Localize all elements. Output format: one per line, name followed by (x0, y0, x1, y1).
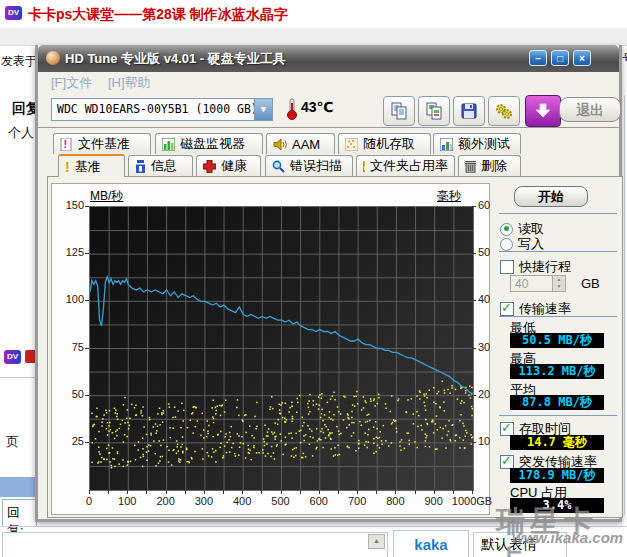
menu-help[interactable]: [H]帮助 (108, 74, 151, 92)
short-stroke-size-stepper[interactable]: 40 ▲▼ (510, 275, 566, 292)
hdtune-app-icon (46, 51, 60, 65)
tab-benchmark[interactable]: ! 基准 (58, 154, 125, 177)
minimize-button[interactable]: – (529, 50, 547, 66)
divider (499, 316, 617, 317)
page-blue-band (0, 477, 35, 497)
radio-icon (500, 238, 513, 251)
info-icon (135, 160, 146, 173)
page-gray-strip (0, 28, 627, 46)
checkbox-icon (500, 455, 514, 469)
health-cross-icon (203, 160, 216, 173)
radio-icon (500, 223, 513, 236)
reply-box: 回复: (2, 499, 37, 527)
kaka-label: kaka (414, 536, 447, 553)
disk-monitor-icon (162, 138, 175, 151)
temperature-value: 43℃ (301, 99, 334, 115)
page-divider (0, 377, 35, 378)
tab-info[interactable]: 信息 (128, 155, 193, 176)
tab-file-benchmark[interactable]: ! 文件基准 (53, 133, 151, 154)
checkbox-icon (500, 422, 514, 436)
close-button[interactable]: × (573, 50, 591, 66)
tab-extra-tests[interactable]: 额外测试 (433, 133, 521, 154)
checkbox-icon (500, 302, 514, 316)
extra-tests-icon (440, 138, 453, 151)
drive-select-value: WDC WD10EARS-00Y5B1 (1000 GB) (57, 102, 258, 116)
copy-text-button[interactable] (383, 96, 415, 126)
gears-icon (495, 102, 513, 120)
start-button[interactable]: 开始 (514, 186, 588, 207)
save-icon (460, 102, 478, 120)
spinner-arrows-icon[interactable]: ▲▼ (552, 276, 565, 291)
divider (499, 415, 617, 416)
copy-image-button[interactable] (418, 96, 450, 126)
divider (499, 213, 617, 214)
benchmark-controls: 开始 读取 写入 快捷行程 40 ▲▼ GB 传输速率 (495, 180, 621, 516)
magnifier-icon (272, 160, 285, 173)
copy-text-icon (390, 102, 408, 120)
dv-badge-icon: DV (5, 6, 22, 20)
folder-icon (363, 160, 365, 172)
copy-image-icon (425, 102, 443, 120)
file-benchmark-icon: ! (60, 138, 73, 151)
benchmark-chart: MB/秒 毫秒 15012510075502560504030201001002… (51, 183, 490, 515)
chevron-down-icon[interactable]: ▼ (254, 99, 272, 120)
right-axis-title: 毫秒 (437, 188, 461, 205)
maximize-button[interactable]: □ (551, 50, 569, 66)
options-button[interactable] (488, 96, 520, 126)
drive-select[interactable]: WDC WD10EARS-00Y5B1 (1000 GB) ▼ (51, 98, 273, 121)
min-value: 50.5 MB/秒 (510, 333, 604, 348)
svg-text:!: ! (64, 138, 68, 150)
tab-delete[interactable]: 删除 (458, 155, 521, 176)
toolbar: WDC WD10EARS-00Y5B1 (1000 GB) ▼ 43℃ (38, 91, 619, 128)
download-update-button[interactable] (525, 95, 561, 127)
avg-value: 87.8 MB/秒 (510, 395, 604, 410)
thermometer-icon (286, 97, 298, 121)
plot-area (89, 206, 474, 491)
personal-fragment: 个人 (8, 124, 34, 142)
tab-aam[interactable]: AAM (266, 133, 335, 154)
reply-input[interactable]: ▲ (2, 532, 388, 557)
burst-rate-value: 178.9 MB/秒 (510, 468, 604, 483)
page-top-banner: DV 卡卡ps大课堂——第28课 制作冰蓝水晶字 (0, 0, 627, 28)
save-button[interactable] (453, 96, 485, 126)
tab-error-scan[interactable]: 错误扫描 (265, 155, 353, 176)
menubar: [F]文件 [H]帮助 (38, 72, 619, 91)
screen: DV 卡卡ps大课堂——第28课 制作冰蓝水晶字 发表于 回复 个人 DV 页 … (0, 0, 627, 557)
dv-badge-icon[interactable]: DV (4, 350, 21, 364)
ikaka-url-watermark: www.ikaka.com (512, 529, 623, 546)
random-access-icon (345, 138, 358, 151)
download-arrow-icon (533, 101, 553, 121)
exit-button[interactable]: 退出 (559, 97, 621, 122)
benchmark-icon: ! (65, 159, 70, 175)
page-banner-title: 卡卡ps大课堂——第28课 制作冰蓝水晶字 (28, 6, 288, 24)
corner-char-fragment: 号 (622, 50, 627, 68)
gb-unit-label: GB (581, 276, 600, 291)
titlebar[interactable]: HD Tune 专业版 v4.01 - 硬盘专业工具 – □ × (38, 45, 619, 72)
menu-file[interactable]: [F]文件 (51, 74, 92, 92)
tab-disk-monitor[interactable]: 磁盘监视器 (155, 133, 263, 154)
short-stroke-checkbox[interactable]: 快捷行程 (500, 258, 571, 276)
hdtune-window: HD Tune 专业版 v4.01 - 硬盘专业工具 – □ × [F]文件 [… (35, 45, 622, 522)
page-char-fragment: 页 (6, 433, 19, 451)
tab-health[interactable]: 健康 (196, 155, 261, 176)
access-time-value: 14.7 毫秒 (510, 435, 604, 450)
plot-svg (90, 207, 473, 490)
window-title: HD Tune 专业版 v4.01 - 硬盘专业工具 (65, 50, 286, 68)
max-value: 113.2 MB/秒 (510, 364, 604, 379)
divider (499, 251, 617, 252)
posted-on-fragment: 发表于 (1, 53, 37, 70)
checkbox-icon (500, 260, 514, 274)
scroll-up-icon[interactable]: ▲ (368, 534, 385, 549)
trash-icon (465, 160, 476, 173)
left-axis-title: MB/秒 (90, 188, 123, 205)
tab-random-access[interactable]: 随机存取 (338, 133, 431, 154)
kaka-button[interactable]: kaka (393, 530, 469, 557)
speaker-icon (273, 138, 287, 151)
page-right-border (624, 95, 625, 515)
tab-folder-usage[interactable]: 文件夹占用率 (356, 155, 455, 176)
